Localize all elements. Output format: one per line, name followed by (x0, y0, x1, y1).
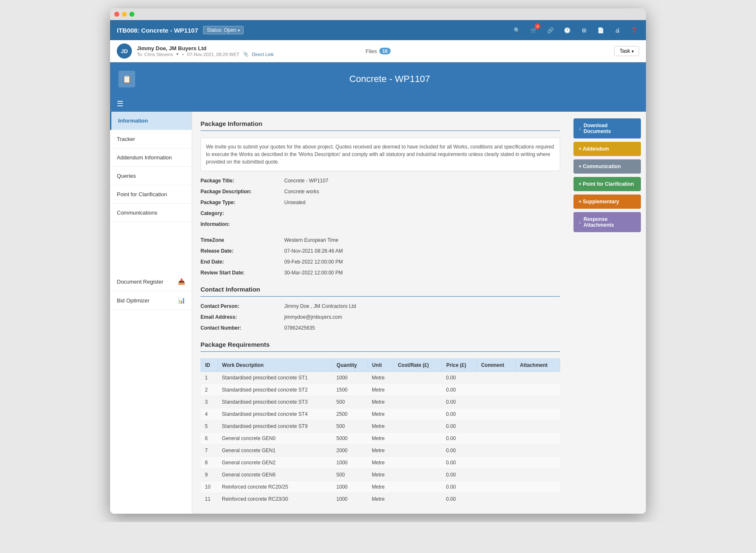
download-documents-button[interactable]: ↓ Download Documents (573, 118, 641, 138)
minimize-button[interactable] (122, 12, 127, 17)
cart-icon[interactable]: 🛒 4 (529, 25, 539, 35)
sidebar-item-tracker[interactable]: Tracker (110, 130, 192, 148)
cell-unit: Metre (368, 396, 393, 408)
cell-qty: 2000 (332, 445, 368, 457)
table-row: 7 General concrete GEN1 2000 Metre 0.00 (201, 445, 560, 457)
cell-id: 11 (201, 493, 218, 505)
cell-desc: Standardised prescribed concrete ST1 (218, 372, 332, 384)
cell-unit: Metre (368, 445, 393, 457)
hamburger-icon[interactable]: ☰ (117, 99, 123, 108)
cell-comment (477, 396, 516, 408)
contact-phone-row: Contact Number: 07862425635 (201, 325, 560, 331)
cell-cost (393, 433, 442, 445)
cell-price: 0.00 (442, 396, 477, 408)
maximize-button[interactable] (129, 12, 134, 17)
cell-comment (477, 433, 516, 445)
cell-price: 0.00 (442, 445, 477, 457)
sidebar-item-queries[interactable]: Queries (110, 167, 192, 185)
search-icon[interactable]: 🔍 (512, 25, 522, 35)
cell-cost (393, 372, 442, 384)
cell-price: 0.00 (442, 372, 477, 384)
table-row: 4 Standardised prescribed concrete ST4 2… (201, 408, 560, 420)
contact-info-title: Contact Information (201, 286, 560, 297)
col-comment: Comment (477, 359, 516, 372)
link-icon[interactable]: 🔗 (545, 25, 555, 35)
cell-attachment (516, 481, 560, 493)
package-category-row: Category: (201, 210, 560, 216)
avatar: JD (117, 44, 132, 59)
cell-id: 10 (201, 481, 218, 493)
cell-id: 9 (201, 469, 218, 481)
date-field: 07-Nov-2021, 08:28 WET (187, 52, 239, 57)
menu-bar: ☰ (110, 96, 646, 112)
print-icon[interactable]: 🖨 (612, 25, 622, 35)
cell-price: 0.00 (442, 384, 477, 396)
cell-cost (393, 493, 442, 505)
cell-price: 0.00 (442, 481, 477, 493)
sidebar-item-addendum[interactable]: Addendum Information (110, 148, 192, 167)
document-register-icon: 📥 (178, 278, 185, 285)
sidebar-item-bid-optimizer[interactable]: Bid Optimizer 📊 (110, 291, 192, 310)
cell-cost (393, 420, 442, 433)
table-row: 2 Standardised prescribed concrete ST2 1… (201, 384, 560, 396)
table-row: 9 General concrete GEN6 500 Metre 0.00 (201, 469, 560, 481)
communication-button[interactable]: + Communication (573, 159, 641, 174)
cell-desc: Standardised prescribed concrete ST3 (218, 396, 332, 408)
table-row: 10 Reinforced concrete RC20/25 1000 Metr… (201, 481, 560, 493)
cell-qty: 500 (332, 420, 368, 433)
col-price: Price (£) (442, 359, 477, 372)
response-attachments-button[interactable]: ↓ Response Attachments (573, 212, 641, 232)
cell-qty: 500 (332, 469, 368, 481)
direct-link[interactable]: Direct Link (252, 52, 274, 57)
cell-qty: 500 (332, 396, 368, 408)
supplementary-button[interactable]: + Supplementary (573, 195, 641, 209)
cell-comment (477, 469, 516, 481)
package-type-row: Package Type: Unsealed (201, 200, 560, 205)
task-button[interactable]: Task ▾ (614, 46, 639, 56)
clarification-button[interactable]: + Point for Clarification (573, 177, 641, 191)
addendum-button[interactable]: + Addendum (573, 142, 641, 156)
close-button[interactable] (114, 12, 119, 17)
sidebar: Information Tracker Addendum Information… (110, 112, 192, 514)
cell-desc: Reinforced concrete RC23/30 (218, 493, 332, 505)
cell-unit: Metre (368, 384, 393, 396)
package-description-box: We invite you to submit your quotes for … (201, 138, 560, 171)
sidebar-item-communications[interactable]: Communications (110, 204, 192, 222)
col-unit: Unit (368, 359, 393, 372)
grid-icon[interactable]: ⊞ (579, 25, 589, 35)
sidebar-item-information[interactable]: Information (110, 112, 192, 130)
cell-price: 0.00 (442, 408, 477, 420)
files-label: Files (365, 48, 377, 54)
cell-price: 0.00 (442, 433, 477, 445)
cell-id: 7 (201, 445, 218, 457)
cell-qty: 1000 (332, 372, 368, 384)
sidebar-item-document-register[interactable]: Document Register 📥 (110, 272, 192, 291)
clock-icon[interactable]: 🕐 (562, 25, 572, 35)
cell-price: 0.00 (442, 457, 477, 469)
cell-unit: Metre (368, 408, 393, 420)
cell-attachment (516, 469, 560, 481)
cell-desc: Reinforced concrete RC20/25 (218, 481, 332, 493)
status-badge[interactable]: Status: Open ▾ (203, 26, 244, 34)
package-end-row: End Date: 09-Feb-2022 12:00:00 PM (201, 259, 560, 265)
cell-desc: Standardised prescribed concrete ST9 (218, 420, 332, 433)
cell-desc: General concrete GEN0 (218, 433, 332, 445)
question-icon[interactable]: ❓ (629, 25, 639, 35)
table-row: 3 Standardised prescribed concrete ST3 5… (201, 396, 560, 408)
col-work-desc: Work Description (218, 359, 332, 372)
sidebar-item-clarification[interactable]: Point for Clarification (110, 185, 192, 204)
cell-unit: Metre (368, 433, 393, 445)
contact-person-row: Contact Person: Jimmy Doe , JM Contracto… (201, 303, 560, 309)
cell-desc: General concrete GEN6 (218, 469, 332, 481)
cell-id: 3 (201, 396, 218, 408)
cell-comment (477, 372, 516, 384)
requirements-title: Package Requirements (201, 341, 560, 352)
cell-id: 8 (201, 457, 218, 469)
table-row: 1 Standardised prescribed concrete ST1 1… (201, 372, 560, 384)
document-icon[interactable]: 📄 (596, 25, 606, 35)
cell-qty: 1500 (332, 384, 368, 396)
cell-comment (477, 445, 516, 457)
cell-price: 0.00 (442, 420, 477, 433)
cell-id: 4 (201, 408, 218, 420)
cell-attachment (516, 408, 560, 420)
